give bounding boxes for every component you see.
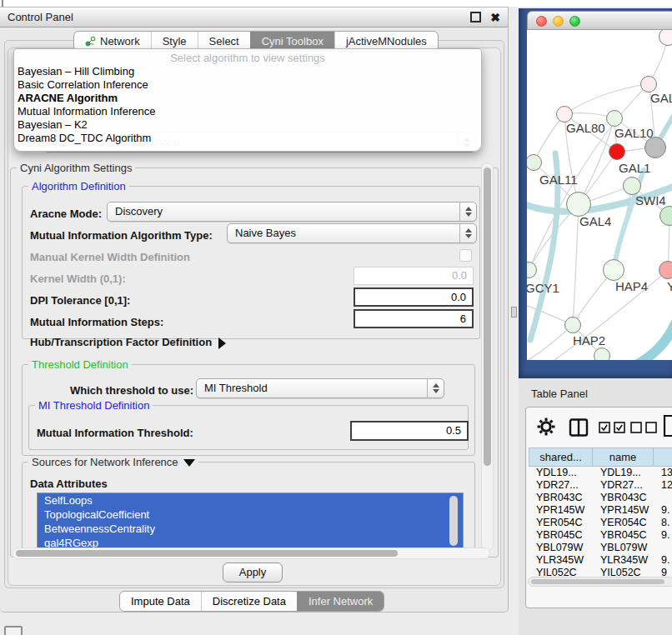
network-node-label-gal4: GAL4: [579, 214, 611, 228]
mac-close-icon[interactable]: [536, 16, 547, 27]
mi-steps-field[interactable]: 6: [354, 309, 474, 328]
aracne-mode-value: Discovery: [115, 205, 163, 218]
table-cell: YPR145W: [529, 504, 593, 517]
data-attribute-item-2[interactable]: BetweennessCentrality: [38, 522, 463, 536]
settings-vertical-scrollbar[interactable]: [481, 162, 494, 551]
table-row[interactable]: YBR045CYBR045C9.: [529, 529, 672, 542]
network-node-label-gal: GAL: [650, 91, 672, 105]
network-node-gal1-red[interactable]: [609, 143, 625, 160]
network-node-hap4[interactable]: [603, 259, 624, 281]
algorithm-option-1[interactable]: Basic Correlation Inference: [14, 78, 481, 92]
manual-kernel-checkbox[interactable]: [459, 249, 472, 262]
column-view-icon[interactable]: [568, 417, 589, 442]
algorithm-option-4[interactable]: Bayesian – K2: [14, 118, 481, 132]
table-column-header-1[interactable]: name: [593, 448, 654, 467]
network-node-swi4[interactable]: [623, 177, 641, 195]
table-cell: YLR345W: [529, 554, 593, 567]
network-node-gal80[interactable]: [556, 106, 573, 122]
mi-type-value: Naive Bayes: [235, 227, 296, 239]
table-row[interactable]: YDL19...YDL19...13: [529, 467, 672, 479]
float-window-icon[interactable]: [470, 12, 481, 22]
bottom-tabs: Impute Data Discretize Data Infer Networ…: [119, 591, 384, 612]
table-cell: YER054C: [529, 517, 593, 529]
checked-checkboxes-icon[interactable]: [599, 422, 625, 437]
table-row[interactable]: YPR145WYPR145W9.: [529, 504, 672, 517]
tab-infer-network[interactable]: Infer Network: [297, 592, 384, 611]
data-attributes-list[interactable]: SelfLoopsTopologicalCoefficientBetweenne…: [37, 492, 464, 551]
network-node-label-gal80: GAL80: [566, 121, 605, 135]
data-attribute-item-1[interactable]: TopologicalCoefficient: [38, 508, 463, 522]
table-cell: YBL079W: [529, 542, 593, 554]
data-attribute-item-0[interactable]: SelfLoops: [38, 493, 463, 508]
apply-button[interactable]: Apply: [223, 562, 283, 582]
attr-list-scrollbar[interactable]: [449, 496, 458, 546]
mac-zoom-icon[interactable]: [569, 16, 580, 27]
aracne-mode-combo[interactable]: Discovery: [107, 202, 477, 222]
table-cell: 12: [654, 479, 672, 492]
tab-impute-data-label: Impute Data: [131, 595, 190, 608]
table-row[interactable]: YER054CYER054C8.: [529, 517, 672, 529]
tab-discretize-data-label: Discretize Data: [213, 595, 286, 608]
network-node-hap2[interactable]: [564, 317, 581, 333]
algorithm-option-0[interactable]: Bayesian – Hill Climbing: [14, 65, 481, 78]
kernel-width-field[interactable]: 0.0: [354, 267, 474, 285]
dpi-tolerance-field[interactable]: 0.0: [354, 288, 474, 307]
mac-minimize-icon[interactable]: [553, 16, 564, 27]
split-pane-grip[interactable]: [511, 307, 517, 318]
table-body: YDL19...YDL19...13YDR27...YDR27...12YBR0…: [529, 467, 672, 579]
algorithm-option-5[interactable]: Dream8 DC_TDC Algorithm: [14, 132, 481, 145]
table-cell: YDL19...: [529, 467, 593, 479]
table-cell: YER054C: [593, 517, 654, 529]
gear-icon[interactable]: [536, 417, 556, 440]
collapse-down-icon: [183, 459, 195, 467]
sources-toggle[interactable]: Sources for Network Inference: [28, 456, 198, 468]
which-threshold-value: MI Threshold: [204, 382, 268, 394]
algorithm-option-2[interactable]: ARACNE Algorithm: [14, 92, 481, 105]
network-node-gal10[interactable]: [606, 110, 623, 127]
table-column-header-0[interactable]: shared...: [529, 448, 593, 467]
table-row[interactable]: YDR27...YDR27...12: [529, 479, 672, 492]
control-panel-titlebar: Control Panel ✖: [0, 8, 508, 28]
close-icon[interactable]: ✖: [490, 12, 500, 22]
algorithm-option-3[interactable]: Mutual Information Inference: [14, 105, 481, 118]
table-cell: YLR345W: [593, 554, 654, 567]
which-threshold-combo[interactable]: MI Threshold: [196, 378, 444, 398]
document-icon[interactable]: [663, 414, 672, 441]
table-column-header-2[interactable]: [654, 448, 672, 467]
tab-discretize-data[interactable]: Discretize Data: [201, 592, 297, 611]
cyni-algorithm-settings-title: Cyni Algorithm Settings: [17, 162, 135, 174]
kernel-width-label: Kernel Width (0,1):: [30, 272, 126, 285]
minimized-panel-icon[interactable]: [4, 626, 23, 635]
control-panel-title: Control Panel: [8, 11, 73, 23]
network-node-salmon[interactable]: [659, 261, 672, 279]
algorithm-dropdown: Select algorithm to view settings Bayesi…: [13, 48, 482, 152]
table-header: shared...name: [529, 448, 672, 467]
network-node-label-gcy1: GCY1: [527, 281, 559, 295]
table-cell: YDL19...: [593, 467, 654, 479]
node-table[interactable]: shared...name YDL19...YDL19...13YDR27...…: [529, 448, 672, 579]
algorithm-dropdown-list: Bayesian – Hill ClimbingBasic Correlatio…: [14, 65, 481, 145]
table-row[interactable]: YBR043CYBR043C: [529, 492, 672, 504]
tab-impute-data[interactable]: Impute Data: [120, 592, 201, 611]
network-node-gal4[interactable]: [566, 192, 591, 217]
network-node-label-gal10: GAL10: [614, 126, 654, 140]
threshold-definition-title: Threshold Definition: [28, 358, 132, 371]
table-row[interactable]: YLR345WYLR345W9.: [529, 554, 672, 567]
table-cell: 9.: [654, 504, 672, 517]
hub-definition-label: Hub/Transcription Factor Definition: [30, 336, 212, 348]
mi-threshold-field[interactable]: 0.5: [350, 421, 469, 441]
mi-threshold-group-title: MI Threshold Definition: [35, 399, 153, 412]
network-node-pink-top[interactable]: [640, 76, 657, 92]
network-canvas[interactable]: GALGAL80GAL10GAL1GAL11SWI4GAL4GCY1HAP4YH…: [527, 30, 672, 360]
which-threshold-label: Which threshold to use:: [70, 384, 193, 397]
table-horizontal-scrollbar[interactable]: [528, 577, 672, 587]
table-row[interactable]: YBL079WYBL079W: [529, 542, 672, 554]
attr-items: SelfLoopsTopologicalCoefficientBetweenne…: [38, 493, 463, 550]
table-cell: 9.: [654, 554, 672, 567]
network-node-bottom-green[interactable]: [594, 348, 610, 360]
mi-type-combo[interactable]: Naive Bayes: [227, 223, 477, 243]
table-cell: YDR27...: [529, 479, 593, 492]
settings-horizontal-scrollbar[interactable]: [12, 548, 490, 559]
hub-definition-toggle[interactable]: Hub/Transcription Factor Definition: [30, 336, 226, 349]
unchecked-checkboxes-icon[interactable]: [630, 422, 657, 437]
